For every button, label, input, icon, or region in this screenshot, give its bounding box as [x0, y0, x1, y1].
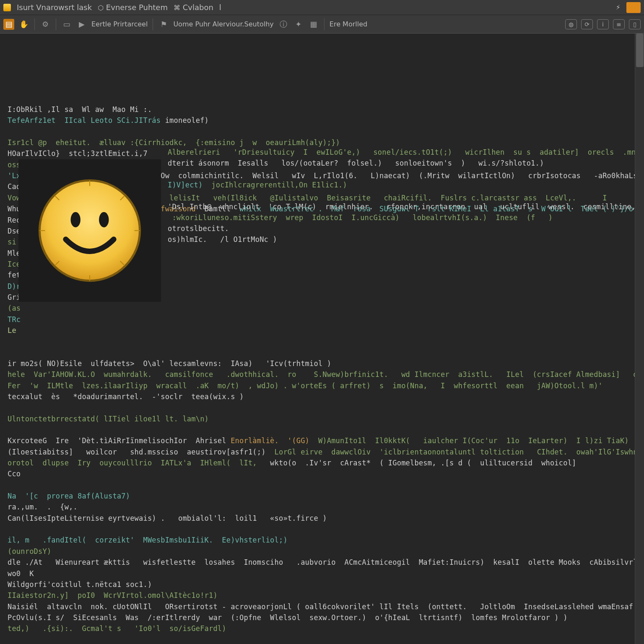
code-line[interactable]	[8, 524, 627, 535]
code-line[interactable]: orotol dlupse Iry ouycoulllrio IATLx'a I…	[8, 457, 627, 468]
code-editor[interactable]: Alberelrieri 'rDriesultuicy I ewILoG'e,)…	[0, 34, 635, 644]
code-line-continuation[interactable]: otrotslbecitt.	[168, 223, 229, 234]
code-line[interactable]: Na '[c prorea 8af(Alusta7)	[8, 491, 627, 501]
code-line[interactable]: hele Var'IAHOW.KL.O wumahrdalk. camsilfo…	[8, 369, 627, 380]
toolbar-left-label[interactable]: Eertle Prirtarceel	[91, 20, 148, 28]
rect-icon[interactable]: ▭	[61, 19, 72, 30]
bolt-icon[interactable]: ⚡	[616, 3, 621, 11]
code-line-continuation[interactable]: dterit ásonorm Iesalls los/(ootaLer? fol…	[168, 158, 544, 169]
code-line[interactable]: (as	[8, 303, 627, 314]
code-line-continuation[interactable]: 'Dsl Intb@ whncliolt 'co T.lM(c) rmielnh…	[168, 201, 635, 212]
svg-point-0	[39, 180, 140, 280]
code-line[interactable]: ir mo2s( NO)Esile ulfdatets> O\al' lecsa…	[8, 358, 627, 369]
refresh-icon[interactable]: ⟳	[581, 19, 593, 29]
flag-icon[interactable]: ⚑	[158, 19, 169, 30]
info-small-icon[interactable]: ⓘ	[278, 19, 289, 30]
code-line[interactable]	[8, 126, 627, 137]
layout-icon[interactable]: ▦	[308, 19, 319, 30]
code-line[interactable]: ted,) .{si):. Gcmal't s 'Io0'l so/isGeFa…	[8, 623, 627, 634]
smiley-overlay	[18, 159, 161, 302]
app-icon	[3, 4, 11, 11]
code-line[interactable]	[8, 402, 627, 413]
menu-item-3[interactable]: l	[219, 3, 221, 12]
code-line[interactable]: (Iloestiabitss] woilcor shd.mssciso aeus…	[8, 447, 627, 457]
code-line[interactable]: TefeArfz1et IIcal Leoto SCi.JITrás imone…	[8, 115, 627, 126]
smiley-icon	[35, 176, 144, 285]
hand-icon[interactable]: ✋	[18, 19, 29, 30]
menu-item-2[interactable]: ⌘ Cvlabon	[174, 3, 213, 12]
command-icon: ⌘	[174, 4, 180, 12]
code-line-continuation[interactable]: Alberelrieri 'rDriesultuicy I ewILoG'e,)…	[168, 147, 635, 158]
play-icon[interactable]: ▶	[76, 19, 87, 30]
code-line[interactable]: TRc	[8, 314, 627, 325]
code-line[interactable]: Fer 'w ILMtle lzes.ilaarIliyp wracall .a…	[8, 380, 627, 391]
globe-icon[interactable]: ◍	[565, 19, 577, 29]
toolbar-mid-label[interactable]: Uome Puhr Alerviour.Seutolhy	[173, 20, 273, 28]
code-line[interactable]: il, m .fandItel( corzeikt' MWesbImsbu1Ii…	[8, 535, 627, 545]
vertical-scrollbar[interactable]	[635, 34, 644, 644]
code-line[interactable]: dle ./At Wienureart ækttis wisfetlestte …	[8, 557, 627, 568]
code-line[interactable]: Naisiél altavcln nok. cUotONlIl ORsertir…	[8, 601, 627, 612]
menu-item-2-label: Cvlabon	[183, 3, 213, 12]
menu-item-1[interactable]: ⬡ Evnerse Puhtem	[98, 3, 168, 12]
svg-point-10	[99, 212, 109, 227]
scroll-thumb[interactable]	[636, 34, 644, 67]
code-line[interactable]: Le	[8, 325, 627, 336]
code-line[interactable]: (ounroDsY)	[8, 546, 627, 557]
app-title: Isurt Vnarowsrt lask	[17, 3, 92, 12]
menu-item-1-label: Evnerse Puhtem	[106, 3, 168, 12]
doc-icon[interactable]: ▤	[3, 19, 14, 30]
svg-point-9	[71, 212, 80, 227]
code-line[interactable]	[8, 424, 627, 435]
code-line[interactable]	[8, 347, 627, 358]
stack-icon[interactable]: ▯	[629, 19, 641, 29]
code-line[interactable]: I:ObRkil ,Il sa Wl aw Mao Mi :.	[8, 104, 627, 115]
code-line[interactable]: KxrcoteeG Ire 'Dèt.tìAiRrIïnmelisochIor …	[8, 435, 627, 446]
code-line[interactable]: IIaiestor2n.y] poI0 WcrVIrtol.omol\AItèc…	[8, 590, 627, 601]
code-line-continuation[interactable]: os)hlmIc. /l O1rtMoNc )	[168, 234, 277, 245]
hex-icon: ⬡	[98, 4, 104, 12]
code-line-continuation[interactable]: I)V]ect) jocIhlcragrerentill,On E1lic1.)	[168, 179, 347, 190]
code-line[interactable]: Can(lIsesIpteLiternise eyrtvewais) . omb…	[8, 513, 627, 524]
code-line[interactable]	[8, 480, 627, 491]
menubar: Isurt Vnarowsrt lask ⬡ Evnerse Puhtem ⌘ …	[0, 0, 644, 15]
notes-icon[interactable]: ≡	[613, 19, 625, 29]
toolbar-right-label[interactable]: Ere Morlled	[330, 20, 367, 28]
code-line[interactable]: ra.,um. . {w,.	[8, 501, 627, 512]
info-icon[interactable]: i	[597, 19, 609, 29]
code-line[interactable]: wo0 K	[8, 568, 627, 579]
window-action-button[interactable]	[626, 2, 641, 13]
code-line[interactable]: Wildgorfi'coitlul t.nëtca1 soc1.)	[8, 579, 627, 590]
code-line[interactable]	[8, 336, 627, 347]
toolbar: ▤ ✋ ⚙ ▭ ▶ Eertle Prirtarceel ⚑ Uome Puhr…	[0, 15, 644, 34]
code-line-continuation[interactable]: :wkoriLluneso.mitiSstery wrep IdostoI I.…	[168, 212, 553, 223]
code-line[interactable]: PcOvlu(s.I s/ SiEcesanls Was /:erItlrerd…	[8, 612, 627, 623]
gear-icon[interactable]: ⚙	[40, 19, 51, 30]
code-line[interactable]: tecxalut ès *doadurimanrtel. -'soclr tee…	[8, 391, 627, 402]
editor-area: Alberelrieri 'rDriesultuicy I ewILoG'e,)…	[0, 34, 644, 644]
code-line[interactable]: Ulntonctetbrrecstatd( lITiel iloe1l lt. …	[8, 413, 627, 424]
code-line[interactable]: Cco	[8, 468, 627, 479]
code-line[interactable]	[8, 634, 627, 644]
sparkle-icon[interactable]: ✦	[293, 19, 304, 30]
